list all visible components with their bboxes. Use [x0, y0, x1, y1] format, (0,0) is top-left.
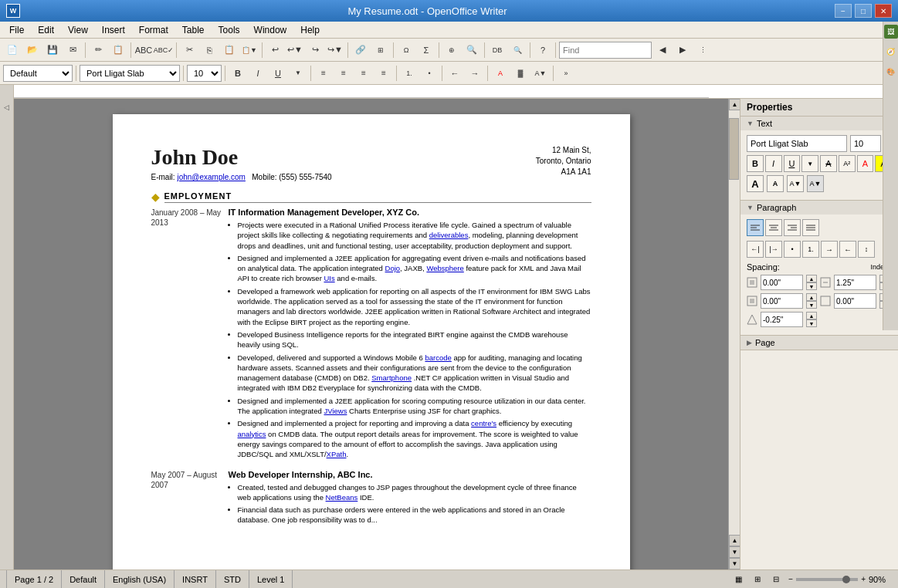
undo-button[interactable]: ↩: [266, 41, 284, 59]
redo-list-button[interactable]: ↪▼: [326, 41, 344, 59]
menu-insert[interactable]: Insert: [96, 23, 131, 37]
open-button[interactable]: 📂: [23, 41, 42, 59]
text-section-header[interactable]: ▼ Text: [740, 117, 898, 130]
para-align-center-button[interactable]: [765, 219, 782, 236]
zoom-out-button[interactable]: −: [788, 575, 793, 583]
undo-list-button[interactable]: ↩▼: [286, 41, 304, 59]
first-line-spinner[interactable]: ▲ ▼: [806, 312, 817, 327]
bullets-button[interactable]: •: [420, 64, 439, 83]
panel-bold-button[interactable]: B: [747, 155, 764, 172]
hyperlink-button[interactable]: 🔗: [351, 41, 370, 59]
italic-button[interactable]: I: [249, 64, 267, 83]
panel-size-small-button[interactable]: A: [767, 175, 784, 192]
spacing-above-down[interactable]: ▼: [806, 282, 817, 290]
first-line-down[interactable]: ▼: [806, 319, 817, 327]
first-line-input[interactable]: [761, 312, 803, 327]
paragraph-section-header[interactable]: ▼ Paragraph: [740, 201, 898, 215]
zoom-slider[interactable]: [796, 578, 858, 581]
panel-italic-button[interactable]: I: [765, 155, 782, 172]
align-left-button[interactable]: ≡: [314, 64, 333, 83]
panel-highlight2-button[interactable]: A▼: [807, 175, 824, 192]
edit-mode-button[interactable]: ✏: [89, 41, 107, 59]
panel-font-family-input[interactable]: [747, 135, 847, 152]
redo-button[interactable]: ↪: [306, 41, 324, 59]
panel-underline-dropdown[interactable]: ▼: [801, 155, 818, 172]
save-button[interactable]: 💾: [43, 41, 62, 59]
panel-underline-button[interactable]: U: [784, 155, 801, 172]
find-next-button[interactable]: ▶: [673, 41, 692, 59]
scroll-up-button[interactable]: ▲: [729, 99, 740, 110]
pdf-button[interactable]: 📋: [109, 41, 127, 59]
para-align-right-button[interactable]: [784, 219, 801, 236]
find-input[interactable]: [559, 42, 652, 59]
spacing-below-input[interactable]: [761, 293, 803, 309]
para-spacing-button[interactable]: ↕: [858, 241, 875, 258]
indent-increase-button[interactable]: →: [466, 64, 484, 83]
align-right-button[interactable]: ≡: [354, 64, 373, 83]
page-section-header[interactable]: ▶ Page: [740, 336, 898, 350]
char-bgcolor-button[interactable]: A▼: [531, 64, 550, 83]
status-icon2[interactable]: ⊞: [751, 575, 764, 583]
menu-tools[interactable]: Tools: [212, 23, 246, 37]
panel-font-size-input[interactable]: [850, 135, 881, 152]
para-indent-more-button[interactable]: |→: [765, 241, 782, 258]
document-scroll[interactable]: 12 Main St, Toronto, Ontario A1A 1A1 Joh…: [14, 99, 728, 569]
paste-special-button[interactable]: 📋▼: [240, 41, 259, 59]
scroll-down-button[interactable]: ▼: [729, 558, 740, 569]
spellcheck-button[interactable]: ABC: [134, 41, 153, 59]
numbering-button[interactable]: 1.: [400, 64, 419, 83]
spacing-below-down[interactable]: ▼: [806, 301, 817, 309]
indent-right-input[interactable]: [834, 293, 876, 309]
help-button[interactable]: ?: [534, 41, 552, 59]
para-indent-button[interactable]: →: [821, 241, 838, 258]
panel-size-large-button[interactable]: A: [747, 175, 764, 192]
menu-table[interactable]: Table: [176, 23, 211, 37]
maximize-button[interactable]: □: [855, 4, 872, 18]
paragraph-style-select[interactable]: Default: [3, 65, 73, 82]
copy-button[interactable]: ⎘: [200, 41, 219, 59]
font-color-button[interactable]: A: [491, 64, 510, 83]
email-button[interactable]: ✉: [63, 41, 82, 59]
spacing-above-spinner[interactable]: ▲ ▼: [806, 275, 817, 290]
close-button[interactable]: ✕: [875, 4, 892, 18]
spacing-above-input[interactable]: [761, 275, 803, 290]
new-button[interactable]: 📄: [3, 41, 22, 59]
window-controls[interactable]: − □ ✕: [835, 4, 892, 18]
zoom-button[interactable]: 🔍: [508, 41, 527, 59]
panel-font-color-button[interactable]: A: [857, 155, 874, 172]
align-center-button[interactable]: ≡: [334, 64, 353, 83]
menu-edit[interactable]: Edit: [32, 23, 60, 37]
scrollbar-track[interactable]: [729, 110, 740, 535]
indent-decrease-button[interactable]: ←: [446, 64, 464, 83]
formula-button[interactable]: Σ: [417, 41, 435, 59]
menu-file[interactable]: File: [3, 23, 30, 37]
menu-window[interactable]: Window: [248, 23, 293, 37]
font-family-select[interactable]: Port Lligat Slab: [80, 65, 180, 82]
datasources-button[interactable]: DB: [488, 41, 507, 59]
status-icon1[interactable]: ▦: [732, 575, 745, 583]
para-align-left-button[interactable]: [747, 219, 764, 236]
find-options-button[interactable]: ⋮: [693, 41, 712, 59]
more-format-button[interactable]: »: [557, 64, 575, 83]
underline-button[interactable]: U: [269, 64, 287, 83]
menu-format[interactable]: Format: [133, 23, 175, 37]
para-indent-less-button[interactable]: ←|: [747, 241, 764, 258]
find-toolbar-button[interactable]: 🔍: [463, 41, 481, 59]
find-prev-button[interactable]: ◀: [653, 41, 672, 59]
underline-options-button[interactable]: ▼: [289, 64, 307, 83]
email-link[interactable]: john@example.com: [177, 173, 246, 181]
spacing-below-spinner[interactable]: ▲ ▼: [806, 293, 817, 309]
styles-panel-icon[interactable]: 🎨: [884, 65, 898, 79]
gallery-icon[interactable]: 🖼: [884, 25, 898, 39]
para-numbering-button[interactable]: 1.: [802, 241, 819, 258]
spacing-below-up[interactable]: ▲: [806, 293, 817, 301]
vertical-scrollbar[interactable]: ▲ ▲ ▼ ▼: [728, 99, 740, 569]
bold-button[interactable]: B: [229, 64, 247, 83]
font-size-select[interactable]: 10: [187, 65, 222, 82]
zoom-thumb[interactable]: [842, 576, 850, 583]
scroll-nav-down-button[interactable]: ▼: [729, 546, 740, 558]
navigator-panel-icon[interactable]: 🧭: [884, 45, 898, 59]
insert-fields-button[interactable]: Ω: [397, 41, 415, 59]
menu-view[interactable]: View: [62, 23, 94, 37]
minimize-button[interactable]: −: [835, 4, 852, 18]
